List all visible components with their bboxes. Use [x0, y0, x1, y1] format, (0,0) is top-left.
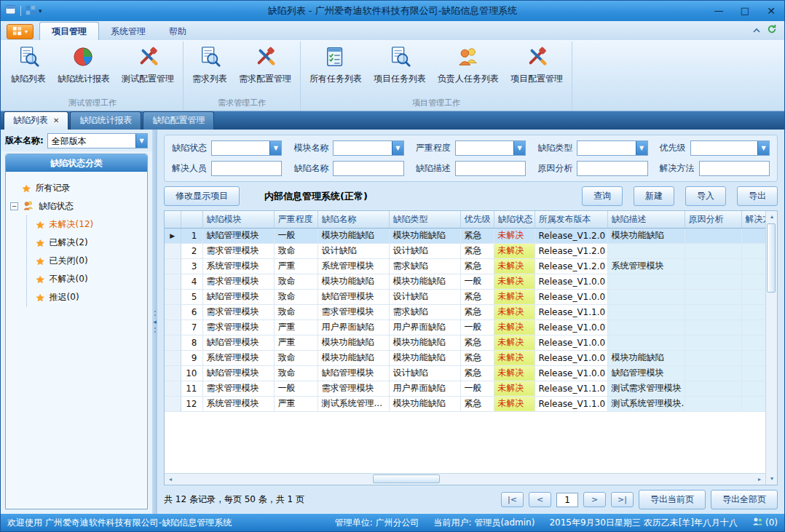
filter-input[interactable]	[333, 161, 403, 176]
grid-cell[interactable]: 缺陷管理模块	[202, 289, 274, 304]
grid-cell[interactable]	[741, 335, 765, 350]
filter-select[interactable]: ▼	[333, 140, 403, 156]
grid-cell[interactable]: 紧急	[460, 350, 494, 365]
filter-select[interactable]: ▼	[690, 140, 770, 156]
grid-cell[interactable]	[607, 304, 685, 319]
grid-cell[interactable]: Release_V1.0.0	[534, 319, 607, 335]
grid-cell[interactable]: 系统管理模块	[202, 350, 274, 365]
tree-item[interactable]: ★不解决(0)	[27, 270, 143, 288]
grid-cell[interactable]: 模块功能缺陷	[389, 396, 460, 411]
grid-cell[interactable]: 需求管理模块	[317, 381, 389, 396]
column-header[interactable]: 解决方法	[741, 211, 765, 228]
grid-cell[interactable]: 未解决	[494, 289, 534, 304]
horizontal-scroll-thumb[interactable]	[373, 475, 440, 483]
column-header[interactable]	[181, 211, 202, 228]
grid-cell[interactable]: 模块功能缺陷	[317, 350, 389, 365]
column-header[interactable]: 缺陷状态	[494, 211, 534, 228]
table-row[interactable]: 3系统管理模块严重系统管理模块需求缺陷紧急未解决Release_V1.2.0系统…	[165, 258, 765, 274]
grid-cell[interactable]: 致命	[274, 243, 317, 258]
grid-cell[interactable]: Release_V1.0.0	[534, 289, 607, 304]
grid-cell[interactable]: Release_V1.1.0	[534, 381, 607, 396]
row-selector[interactable]	[165, 335, 181, 350]
grid-cell[interactable]: 需求管理模块	[317, 304, 389, 319]
grid-cell[interactable]: 模块功能缺陷	[317, 228, 389, 243]
grid-cell[interactable]: 未解决	[494, 365, 534, 381]
row-selector[interactable]	[165, 304, 181, 319]
ribbon-button[interactable]: 所有任务列表	[304, 42, 368, 87]
grid-cell[interactable]: 用户界面缺陷	[389, 381, 460, 396]
ribbon-tab[interactable]: 项目管理	[39, 22, 99, 40]
grid-cell[interactable]: 严重	[274, 319, 317, 335]
grid-cell[interactable]: 模块功能缺陷	[317, 335, 389, 350]
modify-columns-button[interactable]: 修改显示项目	[164, 186, 240, 206]
grid-cell[interactable]	[741, 365, 765, 381]
vertical-scroll-thumb[interactable]	[767, 223, 776, 293]
grid-cell[interactable]: 紧急	[460, 335, 494, 350]
table-row[interactable]: ▶1缺陷管理模块一般模块功能缺陷模块功能缺陷紧急未解决Release_V1.2.…	[165, 228, 765, 243]
table-row[interactable]: 11需求管理模块一般需求管理模块用户界面缺陷一般未解决Release_V1.1.…	[165, 381, 765, 396]
filter-input[interactable]	[699, 161, 770, 176]
grid-view-icon[interactable]	[25, 4, 36, 18]
tree-item[interactable]: ★已解决(2)	[27, 234, 143, 252]
grid-cell[interactable]: 需求管理模块	[202, 243, 274, 258]
grid-cell[interactable]: 未解决	[494, 396, 534, 411]
grid-cell[interactable]: 致命	[274, 274, 317, 289]
grid-cell[interactable]: 需求管理模块	[202, 381, 274, 396]
grid-cell[interactable]: 用户界面缺陷	[389, 319, 460, 335]
app-window-icon[interactable]	[5, 4, 16, 18]
filter-input[interactable]	[211, 161, 282, 176]
grid-cell[interactable]: 紧急	[460, 258, 494, 274]
column-header[interactable]: 所属发布版本	[534, 211, 607, 228]
grid-cell[interactable]	[685, 274, 741, 289]
grid-cell[interactable]: 缺陷管理模块	[202, 365, 274, 381]
grid-cell[interactable]	[685, 228, 741, 243]
grid-cell[interactable]: 设计缺陷	[389, 365, 460, 381]
grid-cell[interactable]: Release_V1.0.0	[534, 365, 607, 381]
grid-cell[interactable]: 未解决	[494, 243, 534, 258]
grid-cell[interactable]: 设计缺陷	[389, 289, 460, 304]
grid-cell[interactable]	[741, 228, 765, 243]
grid-cell[interactable]	[685, 365, 741, 381]
minimize-button[interactable]: —	[706, 1, 732, 20]
grid-cell[interactable]	[607, 243, 685, 258]
row-selector[interactable]	[165, 319, 181, 335]
row-selector[interactable]	[165, 258, 181, 274]
first-page-button[interactable]: |<	[501, 492, 524, 507]
grid-cell[interactable]: 未解决	[494, 335, 534, 350]
row-selector[interactable]	[165, 289, 181, 304]
grid-cell[interactable]: 未解决	[494, 381, 534, 396]
grid-cell[interactable]	[685, 289, 741, 304]
grid-cell[interactable]: 紧急	[460, 243, 494, 258]
app-menu-button[interactable]: ▾	[7, 24, 33, 39]
grid-cell[interactable]: Release_V1.0.0	[534, 350, 607, 365]
grid-cell[interactable]: 未解决	[494, 350, 534, 365]
last-page-button[interactable]: >|	[611, 492, 634, 507]
grid-cell[interactable]: 模块功能缺陷	[389, 350, 460, 365]
grid-cell[interactable]: 设计缺陷	[389, 243, 460, 258]
grid-cell[interactable]: 需求缺陷	[389, 258, 460, 274]
filter-input[interactable]	[577, 161, 647, 176]
row-selector[interactable]	[165, 365, 181, 381]
grid-cell[interactable]: 系统管理模块	[202, 396, 274, 411]
next-page-button[interactable]: >	[583, 492, 606, 507]
grid-cell[interactable]: 模块功能缺陷	[607, 228, 685, 243]
grid-cell[interactable]: 致命	[274, 350, 317, 365]
table-row[interactable]: 7需求管理模块严重用户界面缺陷用户界面缺陷一般未解决Release_V1.0.0	[165, 319, 765, 335]
grid-cell[interactable]: Release_V1.1.0	[534, 304, 607, 319]
table-row[interactable]: 6需求管理模块致命需求管理模块需求缺陷紧急未解决Release_V1.1.0	[165, 304, 765, 319]
table-row[interactable]: 9系统管理模块致命模块功能缺陷模块功能缺陷紧急未解决Release_V1.0.0…	[165, 350, 765, 365]
export-current-page-button[interactable]: 导出当前页	[639, 490, 706, 509]
grid-cell[interactable]: Release_V1.0.0	[534, 274, 607, 289]
grid-cell[interactable]: 系统管理模块	[202, 258, 274, 274]
splitter[interactable]: ◂	[152, 130, 157, 514]
grid-cell[interactable]	[685, 258, 741, 274]
table-row[interactable]: 5缺陷管理模块致命缺陷管理模块设计缺陷紧急未解决Release_V1.0.0	[165, 289, 765, 304]
grid-cell[interactable]: 需求缺陷	[389, 304, 460, 319]
ribbon-tab[interactable]: 系统管理	[99, 23, 157, 40]
tree-item[interactable]: ★未解决(12)	[27, 215, 143, 234]
ribbon-button[interactable]: 测试配置管理	[116, 42, 180, 87]
grid-cell[interactable]	[741, 289, 765, 304]
maximize-button[interactable]: □	[732, 1, 758, 20]
column-header[interactable]	[165, 211, 181, 228]
grid-cell[interactable]: 模块功能缺陷	[389, 274, 460, 289]
